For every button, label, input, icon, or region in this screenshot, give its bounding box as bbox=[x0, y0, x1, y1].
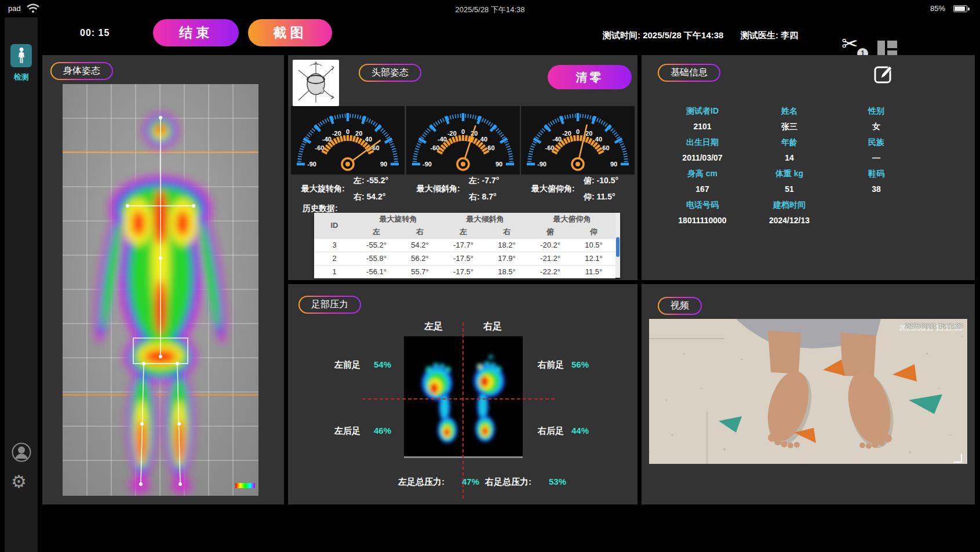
table-cell: 17.9° bbox=[485, 252, 529, 265]
max-tilt-label: 最大倾斜角: bbox=[417, 184, 460, 194]
basic-info-title-pill: 基础信息 bbox=[658, 64, 720, 82]
svg-text:0: 0 bbox=[346, 128, 349, 135]
svg-text:-40: -40 bbox=[322, 136, 331, 143]
status-datetime: 2025/5/28 下午14:38 bbox=[456, 5, 525, 15]
table-cell: -17.5° bbox=[442, 265, 485, 278]
body-posture-title: 身体姿态 bbox=[52, 63, 112, 79]
svg-text:-20: -20 bbox=[447, 130, 457, 137]
crosshair-vertical bbox=[462, 322, 464, 499]
max-rotation-right: 右: 54.2° bbox=[354, 192, 385, 202]
info-field-label: 鞋码 bbox=[833, 169, 920, 179]
basic-info-panel: 基础信息 测试者ID2101姓名张三性别女出生日期2011/03/07年龄14民… bbox=[642, 55, 975, 280]
table-cell: 10.5° bbox=[572, 238, 615, 252]
reset-button[interactable]: 清零 bbox=[548, 65, 632, 89]
svg-text:-40: -40 bbox=[438, 136, 447, 143]
info-field-value: 38 bbox=[833, 184, 920, 194]
sidebar-item-detect[interactable] bbox=[10, 44, 32, 67]
svg-text:90: 90 bbox=[610, 161, 617, 168]
info-field-label: 体重 kg bbox=[746, 169, 833, 179]
head-posture-panel: 头部姿态 清零 -90-60-40-20020406090 -90-60-40-… bbox=[288, 55, 637, 280]
basic-info-grid: 测试者ID2101姓名张三性别女出生日期2011/03/07年龄14民族—身高 … bbox=[659, 106, 920, 231]
body-thermal-image bbox=[63, 84, 258, 496]
info-field: 性别女 bbox=[833, 106, 920, 137]
left-rearfoot-label: 左后足 bbox=[334, 426, 360, 437]
svg-text:60: 60 bbox=[602, 144, 609, 151]
right-total-label: 右足总压力: bbox=[485, 477, 531, 488]
battery-icon bbox=[953, 5, 967, 12]
status-bar: pad 2025/5/28 下午14:38 85% bbox=[0, 0, 980, 17]
gear-icon[interactable]: ⚙ bbox=[11, 473, 27, 491]
max-rotation-label: 最大旋转角: bbox=[301, 184, 345, 194]
foot-pressure-title: 足部压力 bbox=[300, 297, 360, 313]
table-row: 1-56.1°55.7°-17.5°18.5°-22.2°11.5° bbox=[314, 265, 615, 278]
sidebar-detect-label: 检测 bbox=[5, 72, 38, 82]
history-table: ID 最大旋转角 最大倾斜角 最大俯仰角 左 右 左 右 俯 仰 3-55.2°… bbox=[314, 213, 620, 278]
svg-text:-20: -20 bbox=[332, 130, 341, 137]
history-sub-down: 俯 bbox=[529, 226, 572, 238]
edit-icon[interactable] bbox=[873, 63, 895, 85]
fullscreen-corner-icon[interactable] bbox=[953, 454, 962, 463]
info-field-label: 建档时间 bbox=[746, 200, 833, 210]
rotation-gauge: -90-60-40-20020406090 bbox=[291, 106, 405, 175]
info-field-value: — bbox=[833, 153, 920, 162]
table-cell: -56.1° bbox=[355, 265, 398, 278]
info-field-label: 测试者ID bbox=[659, 106, 746, 117]
info-field-label: 出生日期 bbox=[659, 137, 746, 148]
table-cell: 1 bbox=[314, 265, 355, 278]
history-sub-up: 仰 bbox=[572, 226, 615, 238]
profile-icon[interactable] bbox=[12, 442, 31, 462]
battery-percent: 85% bbox=[930, 4, 945, 13]
scissors-icon[interactable]: ✂ bbox=[841, 34, 858, 53]
info-field-value: 51 bbox=[746, 184, 833, 194]
body-posture-panel: 身体姿态 bbox=[42, 55, 284, 504]
video-scene: 2025/06/11 15:11:33 bbox=[649, 319, 967, 464]
app-root: pad 2025/5/28 下午14:38 85% 00: 15 结束 截图 测… bbox=[0, 0, 980, 552]
right-total-value: 53% bbox=[549, 477, 566, 486]
end-button[interactable]: 结束 bbox=[153, 19, 239, 46]
table-cell: -21.2° bbox=[529, 252, 572, 265]
doctor-label: 测试医生: 李四 bbox=[741, 30, 798, 41]
table-cell: 18.5° bbox=[485, 265, 529, 278]
history-sub-left2: 左 bbox=[442, 226, 485, 238]
history-group-rotation: 最大旋转角 bbox=[355, 213, 442, 226]
info-field-value: 2101 bbox=[659, 122, 746, 131]
svg-text:90: 90 bbox=[380, 161, 387, 168]
info-field: 鞋码38 bbox=[833, 169, 920, 199]
video-timestamp: 2025/06/11 15:11:33 bbox=[905, 322, 963, 329]
info-field-label: 性别 bbox=[833, 106, 920, 117]
left-rearfoot-value: 46% bbox=[374, 426, 391, 435]
video-frame[interactable]: 2025/06/11 15:11:33 2025/06/11 15:11:33 bbox=[649, 319, 967, 464]
table-cell: 3 bbox=[314, 238, 355, 252]
right-forefoot-value: 56% bbox=[571, 359, 589, 369]
video-panel: 视频 bbox=[642, 284, 975, 504]
head-axes-diagram bbox=[293, 60, 339, 106]
screenshot-button[interactable]: 截图 bbox=[248, 19, 332, 46]
foot-pressure-title-pill: 足部压力 bbox=[298, 296, 361, 314]
person-icon bbox=[16, 47, 27, 64]
svg-text:-90: -90 bbox=[422, 161, 432, 168]
wifi-icon bbox=[27, 3, 39, 13]
svg-text:-20: -20 bbox=[562, 130, 571, 137]
table-cell: 56.2° bbox=[398, 252, 442, 265]
svg-text:-40: -40 bbox=[552, 136, 562, 143]
history-sub-right1: 右 bbox=[398, 226, 442, 238]
info-field-label: 姓名 bbox=[746, 106, 833, 117]
svg-text:40: 40 bbox=[480, 136, 487, 143]
svg-text:-90: -90 bbox=[307, 161, 316, 168]
right-rearfoot-label: 右后足 bbox=[538, 426, 564, 437]
svg-text:20: 20 bbox=[585, 130, 592, 137]
session-timer: 00: 15 bbox=[80, 28, 110, 38]
pitch-gauge: -90-60-40-20020406090 bbox=[521, 106, 635, 175]
table-row: 2-55.8°56.2°-17.5°17.9°-21.2°12.1° bbox=[314, 252, 615, 265]
info-field-value: 167 bbox=[659, 184, 746, 194]
table-scrollbar[interactable] bbox=[615, 213, 620, 278]
right-forefoot-label: 右前足 bbox=[538, 359, 564, 371]
svg-text:0: 0 bbox=[461, 128, 465, 135]
info-field-value: 2011/03/07 bbox=[659, 153, 746, 162]
table-cell: -55.2° bbox=[355, 238, 398, 252]
max-tilt-right: 右: 8.7° bbox=[469, 192, 497, 202]
info-field-label: 身高 cm bbox=[659, 169, 746, 179]
right-rearfoot-value: 44% bbox=[571, 426, 589, 435]
table-cell: -22.2° bbox=[529, 265, 572, 278]
info-field-label: 电话号码 bbox=[659, 200, 746, 210]
